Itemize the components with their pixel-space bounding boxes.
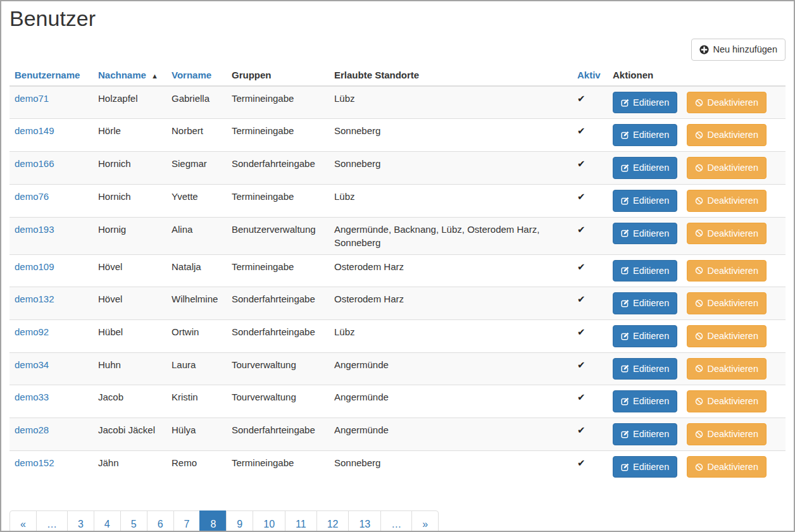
sort-link-vorname[interactable]: Vorname [172,70,211,80]
cell-nachname: Hövel [93,254,166,287]
deactivate-button[interactable]: Deaktivieren [687,423,767,445]
edit-button[interactable]: Editieren [613,190,677,212]
deactivate-button[interactable]: Deaktivieren [687,190,767,212]
pagination-link[interactable]: 7 [173,510,201,532]
active-check-icon: ✔ [577,224,585,235]
pagination-link[interactable]: » [411,510,439,532]
deactivate-button-label: Deaktivieren [707,194,758,207]
cell-standorte: Angermünde, Backnang, Lübz, Osterodem Ha… [329,217,572,254]
username-link[interactable]: demo33 [15,392,49,402]
cell-standorte: Angermünde [329,418,572,451]
pagination: « … 3 4 5 6 7 8 9 10 11 12 13 … » [9,510,439,532]
pagination-link[interactable]: 11 [285,510,317,532]
username-link[interactable]: demo76 [15,191,49,202]
sort-link-aktiv[interactable]: Aktiv [577,70,601,80]
deactivate-button[interactable]: Deaktivieren [687,157,767,179]
edit-icon [621,197,629,205]
column-header-standorte: Erlaubte Standorte [329,65,572,86]
pagination-link[interactable]: … [36,510,68,532]
deactivate-button-label: Deaktivieren [707,297,758,310]
username-link[interactable]: demo34 [15,359,49,370]
pagination-item-8: 8 [200,510,227,532]
sort-link-benutzername[interactable]: Benutzername [15,70,80,80]
edit-button[interactable]: Editieren [613,456,677,478]
deactivate-button[interactable]: Deaktivieren [687,456,767,478]
edit-button[interactable]: Editieren [613,423,677,445]
deactivate-button[interactable]: Deaktivieren [687,390,767,412]
pagination-link[interactable]: 4 [94,510,121,532]
deactivate-button-label: Deaktivieren [707,128,758,142]
table-row: demo193 Hornig Alina Benutzerverwaltung … [9,217,786,254]
edit-icon [621,397,629,405]
ban-icon [695,266,703,275]
deactivate-button[interactable]: Deaktivieren [687,358,767,380]
edit-button[interactable]: Editieren [613,223,677,245]
edit-button-label: Editieren [633,264,669,278]
deactivate-button[interactable]: Deaktivieren [687,124,767,146]
table-body: demo71 Holzapfel Gabriella Termineingabe… [9,86,786,483]
edit-button[interactable]: Editieren [613,260,677,282]
username-link[interactable]: demo28 [15,424,49,435]
cell-benutzername: demo149 [9,119,93,152]
edit-button[interactable]: Editieren [613,92,677,114]
deactivate-button-label: Deaktivieren [707,161,758,175]
pagination-link[interactable]: 12 [316,510,349,532]
pagination-link[interactable]: 9 [226,510,253,532]
pagination-link[interactable]: 3 [67,510,94,532]
edit-button[interactable]: Editieren [613,390,677,412]
cell-standorte: Sonneberg [329,119,572,152]
deactivate-button[interactable]: Deaktivieren [687,92,767,114]
username-link[interactable]: demo92 [15,326,49,337]
edit-button[interactable]: Editieren [613,292,677,314]
edit-icon [621,463,629,471]
edit-button[interactable]: Editieren [613,325,677,347]
pagination-link[interactable]: … [380,510,412,532]
ban-icon [695,430,703,438]
cell-aktiv: ✔ [572,119,608,152]
edit-button[interactable]: Editieren [613,358,677,380]
username-link[interactable]: demo149 [15,125,54,136]
cell-nachname: Hörle [93,119,166,152]
pagination-item-13: 13 [349,510,381,532]
page-container: Benutzer Neu hinzufügen Benutzername Nac… [1,6,794,532]
deactivate-button-label: Deaktivieren [707,227,758,240]
table-row: demo149 Hörle Norbert Termineingabe Sonn… [9,119,786,152]
username-link[interactable]: demo132 [15,294,54,304]
edit-button[interactable]: Editieren [613,157,677,179]
pagination-item-12: 12 [317,510,349,532]
deactivate-button[interactable]: Deaktivieren [687,325,767,347]
pagination-link[interactable]: 13 [348,510,381,532]
pagination-item-4: 4 [94,510,121,532]
deactivate-button[interactable]: Deaktivieren [687,292,767,314]
deactivate-button-label: Deaktivieren [707,96,758,109]
edit-button[interactable]: Editieren [613,124,677,146]
column-header-benutzername: Benutzername [9,65,93,86]
cell-benutzername: demo76 [9,184,93,217]
pagination-link[interactable]: 8 [199,510,227,532]
deactivate-button-label: Deaktivieren [707,428,758,441]
add-user-button[interactable]: Neu hinzufügen [691,39,786,61]
username-link[interactable]: demo71 [15,93,49,104]
edit-button-label: Editieren [633,96,669,109]
cell-vorname: Ortwin [166,319,227,352]
cell-aktiv: ✔ [572,385,608,418]
cell-aktionen: Editieren Deaktivieren [608,119,786,152]
deactivate-button[interactable]: Deaktivieren [687,260,767,282]
edit-button-label: Editieren [633,297,669,310]
cell-standorte: Angermünde [329,352,572,385]
pagination-link[interactable]: 5 [120,510,147,532]
username-link[interactable]: demo109 [15,261,54,272]
deactivate-button[interactable]: Deaktivieren [687,223,767,245]
username-link[interactable]: demo166 [15,158,54,169]
cell-aktionen: Editieren Deaktivieren [608,352,786,385]
table-row: demo152 Jähn Remo Termineingabe Sonneber… [9,450,786,483]
cell-gruppen: Tourverwaltung [227,385,329,418]
sort-link-nachname[interactable]: Nachname [98,70,146,80]
pagination-item-ellipsis: … [381,510,412,532]
pagination-link[interactable]: 10 [253,510,285,532]
cell-gruppen: Termineingabe [227,450,329,483]
pagination-link[interactable]: « [9,510,37,532]
username-link[interactable]: demo193 [15,224,54,235]
pagination-link[interactable]: 6 [147,510,174,532]
username-link[interactable]: demo152 [15,457,54,468]
